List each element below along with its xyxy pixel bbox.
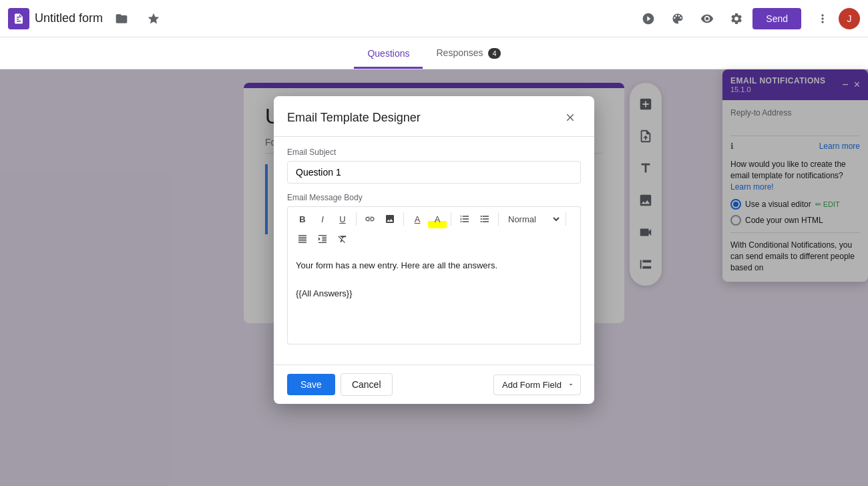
send-button[interactable]: Send: [752, 8, 801, 29]
topbar: Untitled form Send J: [0, 0, 868, 37]
email-subject-label: Email Subject: [287, 148, 581, 157]
toolbar-sep-4: [498, 212, 499, 226]
clear-format-button[interactable]: [333, 230, 352, 248]
toolbar-sep-2: [403, 212, 404, 226]
toolbar-sep-1: [356, 212, 357, 226]
tabbar: Questions Responses 4: [0, 37, 868, 69]
app-icon: [8, 8, 29, 29]
style-select[interactable]: Normal Heading 1 Heading 2: [503, 212, 562, 226]
body-line-2: {{All Answers}}: [296, 287, 572, 301]
email-subject-input[interactable]: [287, 161, 581, 184]
ordered-list-button[interactable]: [455, 210, 474, 228]
modal-title: Email Template Designer: [287, 111, 421, 125]
indent-button[interactable]: [313, 230, 332, 248]
toolbar-sep-5: [566, 212, 566, 226]
align-button[interactable]: [293, 230, 312, 248]
modal-overlay: Email Template Designer Email Subject Em…: [0, 69, 868, 486]
save-button[interactable]: Save: [287, 374, 335, 395]
toolbar-sep-3: [451, 212, 451, 226]
modal-header: Email Template Designer: [274, 96, 594, 137]
image-insert-button[interactable]: [381, 210, 399, 228]
template-icon-button[interactable]: [635, 5, 662, 32]
main-content: Untitled form Fo: [0, 69, 868, 486]
editor-toolbar: B I U A A: [287, 206, 581, 251]
settings-button[interactable]: [723, 5, 750, 32]
preview-button[interactable]: [694, 5, 720, 32]
more-button[interactable]: [809, 5, 836, 32]
modal-footer: Save Cancel Add Form Field: [274, 364, 594, 404]
form-title: Untitled form: [35, 11, 103, 25]
modal-body: Email Subject Email Message Body B I U A: [274, 137, 594, 364]
font-color-button[interactable]: A: [408, 210, 427, 228]
underline-button[interactable]: U: [333, 210, 352, 228]
bg-color-button[interactable]: A: [428, 210, 447, 228]
topbar-left: Untitled form: [8, 5, 635, 32]
email-body-editor[interactable]: Your form has a new entry. Here are all …: [287, 251, 581, 344]
body-line-1: Your form has a new entry. Here are all …: [296, 259, 572, 273]
tab-responses[interactable]: Responses 4: [423, 39, 513, 69]
modal-close-button[interactable]: [560, 107, 581, 128]
bold-button[interactable]: B: [293, 210, 312, 228]
unordered-list-button[interactable]: [475, 210, 494, 228]
email-body-label: Email Message Body: [287, 193, 581, 202]
topbar-right: Send J: [635, 5, 860, 32]
add-form-field-select[interactable]: Add Form Field: [493, 375, 581, 395]
palette-button[interactable]: [664, 5, 691, 32]
cancel-button[interactable]: Cancel: [341, 373, 393, 396]
avatar[interactable]: J: [839, 8, 860, 29]
folder-button[interactable]: [108, 5, 135, 32]
tab-questions[interactable]: Questions: [354, 40, 423, 69]
email-template-designer-modal: Email Template Designer Email Subject Em…: [274, 96, 594, 404]
link-button[interactable]: [361, 210, 379, 228]
responses-badge: 4: [488, 48, 500, 59]
star-button[interactable]: [140, 5, 167, 32]
italic-button[interactable]: I: [313, 210, 332, 228]
